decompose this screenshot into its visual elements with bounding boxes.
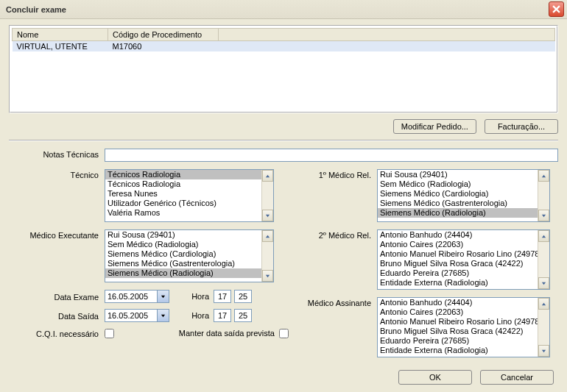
cqi-label: C.Q.I. necessário	[9, 328, 105, 338]
list-item[interactable]: Antonio Manuel Ribeiro Rosario Lino (249…	[378, 317, 538, 327]
list-item[interactable]: Técnicos Radiologia	[105, 170, 261, 179]
manter-checkbox[interactable]	[279, 329, 289, 338]
hora-saida-h-input[interactable]	[214, 309, 231, 322]
list-item[interactable]: Utilizador Genérico (Técnicos)	[105, 199, 261, 208]
data-saida-dropdown[interactable]	[157, 310, 169, 321]
list-item[interactable]: Bruno Miguel Silva Rosa Graca (42422)	[378, 327, 538, 336]
list-item[interactable]: Antonio Manuel Ribeiro Rosario Lino (249…	[378, 249, 538, 259]
scroll-down-button[interactable]	[538, 210, 549, 221]
window-title: Concluir exame	[6, 5, 66, 14]
scroll-down-button[interactable]	[538, 277, 549, 289]
scroll-down-button[interactable]	[262, 270, 273, 282]
ok-button[interactable]: OK	[398, 370, 472, 385]
list-item[interactable]: Siemens Médico (Cardiologia)	[105, 249, 261, 259]
list-item[interactable]: Técnicos Radiologia	[105, 179, 261, 189]
hora-saida-m-input[interactable]	[234, 309, 252, 322]
list-item[interactable]: Siemens Médico (Cardiologia)	[378, 189, 538, 199]
list-item[interactable]: Sem Médico (Radiologia)	[378, 179, 538, 189]
scroll-up-button[interactable]	[262, 230, 273, 242]
med1-label: 1º Médico Rel.	[289, 169, 377, 179]
chevron-up-icon	[541, 234, 546, 239]
chevron-up-icon	[265, 234, 270, 239]
list-item[interactable]: Rui Sousa (29401)	[378, 170, 538, 179]
close-icon	[552, 5, 560, 13]
chevron-down-icon	[541, 281, 546, 286]
list-item[interactable]: Eduardo Pereira (27685)	[378, 268, 538, 278]
cell-nome: VIRTUAL, UTENTE	[13, 41, 108, 52]
scroll-up-button[interactable]	[538, 170, 549, 182]
list-item[interactable]: Antonio Banhudo (24404)	[378, 230, 538, 240]
cqi-checkbox[interactable]	[105, 329, 114, 338]
scrollbar[interactable]	[261, 170, 273, 221]
col-codigo[interactable]: Código de Procedimento	[108, 29, 219, 41]
scrollbar[interactable]	[538, 298, 549, 357]
list-item[interactable]: Antonio Caires (22063)	[378, 240, 538, 249]
tecnico-label: Técnico	[9, 169, 105, 179]
scroll-up-button[interactable]	[538, 298, 549, 310]
hora-exame-m-input[interactable]	[234, 290, 252, 303]
close-button[interactable]	[549, 1, 564, 17]
med-ass-listbox[interactable]: Antonio Banhudo (24404)Antonio Caires (2…	[377, 297, 550, 357]
list-item[interactable]: Eduardo Pereira (27685)	[378, 336, 538, 346]
list-item[interactable]: Siemens Médico (Radiologia)	[105, 268, 261, 278]
list-item[interactable]: Entidade Externa (Radiologia)	[378, 346, 538, 355]
list-item[interactable]: Sem Médico (Radiologia)	[105, 240, 261, 249]
chevron-down-icon	[265, 213, 270, 218]
hora-exame-h-input[interactable]	[214, 290, 231, 303]
list-item[interactable]: Rui Sousa (29401)	[105, 230, 261, 240]
data-exame-input[interactable]	[105, 291, 157, 302]
cancelar-button[interactable]: Cancelar	[480, 370, 554, 385]
data-exame-combo[interactable]	[105, 290, 169, 303]
data-saida-combo[interactable]	[105, 309, 169, 322]
tecnico-listbox[interactable]: Técnicos RadiologiaTécnicos RadiologiaTe…	[105, 169, 274, 222]
col-nome[interactable]: Nome	[13, 29, 108, 41]
chevron-up-icon	[541, 302, 546, 307]
modificar-pedido-button[interactable]: Modificar Pedido...	[393, 119, 476, 134]
hora-saida-label: Hora	[169, 311, 214, 320]
hora-exame-label: Hora	[169, 292, 214, 301]
notas-input[interactable]	[105, 149, 558, 162]
scroll-up-button[interactable]	[262, 170, 273, 182]
chevron-down-icon	[265, 274, 270, 279]
med1-listbox[interactable]: Rui Sousa (29401)Sem Médico (Radiologia)…	[377, 169, 550, 222]
list-item[interactable]: Siemens Médico (Gastrenterologia)	[105, 259, 261, 268]
med-exec-listbox[interactable]: Rui Sousa (29401)Sem Médico (Radiologia)…	[105, 229, 274, 282]
table-row[interactable]: VIRTUAL, UTENTE M17060	[13, 41, 555, 52]
data-exame-dropdown[interactable]	[157, 291, 169, 302]
col-spacer	[219, 29, 555, 41]
scrollbar[interactable]	[261, 230, 273, 282]
manter-label: Manter data saída prevista	[114, 329, 279, 338]
scroll-down-button[interactable]	[538, 345, 549, 357]
facturacao-button[interactable]: Facturação...	[485, 119, 558, 134]
cell-codigo: M17060	[108, 41, 219, 52]
chevron-down-icon	[541, 349, 546, 354]
list-item[interactable]: Teresa Nunes	[105, 189, 261, 199]
scroll-up-button[interactable]	[538, 230, 549, 242]
data-saida-input[interactable]	[105, 310, 157, 321]
list-item[interactable]: Siemens Médico (Radiologia)	[378, 208, 538, 218]
notas-label: Notas Técnicas	[9, 149, 105, 159]
list-item[interactable]: Valéria Ramos	[105, 208, 261, 218]
list-item[interactable]: Antonio Banhudo (24404)	[378, 298, 538, 307]
med2-label: 2º Médico Rel.	[289, 229, 377, 240]
chevron-down-icon	[161, 313, 166, 318]
scroll-down-button[interactable]	[262, 210, 273, 221]
procedure-grid[interactable]: Nome Código de Procedimento VIRTUAL, UTE…	[9, 25, 558, 113]
chevron-up-icon	[541, 174, 546, 179]
med-exec-label: Médico Executante	[9, 229, 105, 240]
list-item[interactable]: Entidade Externa (Radiologia)	[378, 278, 538, 288]
list-item[interactable]: Antonio Caires (22063)	[378, 307, 538, 317]
data-exame-label: Data Exame	[9, 291, 105, 302]
list-item[interactable]: Bruno Miguel Silva Rosa Graca (42422)	[378, 259, 538, 268]
list-item[interactable]: Siemens Médico (Gastrenterologia)	[378, 199, 538, 208]
data-saida-label: Data Saída	[9, 310, 105, 321]
chevron-down-icon	[161, 294, 166, 299]
med-ass-label: Médico Assinante	[289, 297, 377, 307]
scrollbar[interactable]	[538, 170, 549, 221]
chevron-up-icon	[265, 174, 270, 179]
chevron-down-icon	[541, 213, 546, 218]
med2-listbox[interactable]: Antonio Banhudo (24404)Antonio Caires (2…	[377, 229, 550, 290]
scrollbar[interactable]	[538, 230, 549, 289]
